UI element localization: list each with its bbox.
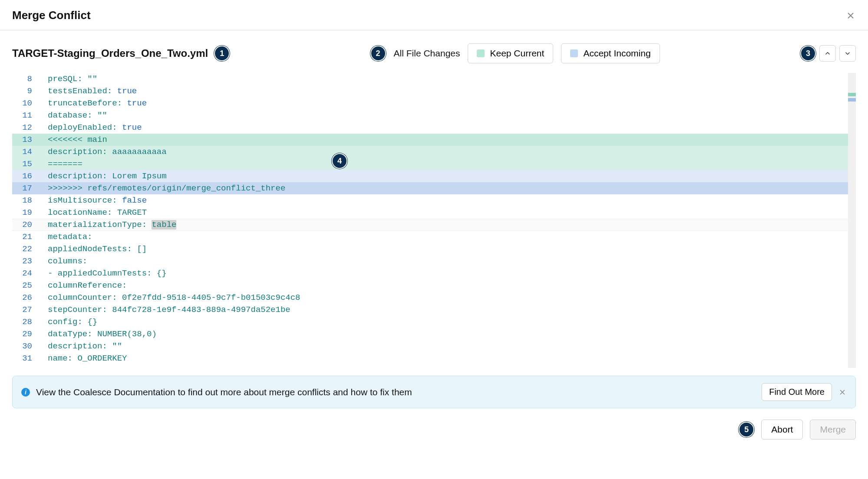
code-line[interactable]: 21 metadata: [12, 231, 856, 243]
code-line[interactable]: 23 columns: [12, 255, 856, 267]
code-text: columns: [45, 255, 856, 267]
line-number: 19 [12, 207, 36, 219]
accept-incoming-swatch-icon [570, 49, 578, 57]
code-text: testsEnabled: true [45, 85, 856, 97]
callout-badge-3: 3 [800, 46, 816, 61]
line-number: 17 [12, 182, 36, 194]
code-line[interactable]: 26 columnCounter: 0f2e7fdd-9518-4405-9c7… [12, 292, 856, 304]
line-number: 30 [12, 340, 36, 352]
line-number: 13 [12, 134, 36, 146]
line-number: 9 [12, 85, 36, 97]
find-out-more-button[interactable]: Find Out More [762, 383, 832, 401]
dialog-title: Merge Conflict [12, 9, 91, 22]
code-line[interactable]: 16 description: Lorem Ipsum [12, 170, 856, 182]
code-text: config: {} [45, 316, 856, 328]
code-text: - appliedColumnTests: {} [45, 267, 856, 279]
code-line[interactable]: 18 isMultisource: false [12, 194, 856, 207]
callout-badge-4: 4 [332, 153, 347, 169]
banner-close-icon[interactable] [838, 388, 847, 397]
code-line[interactable]: 24 - appliedColumnTests: {} [12, 267, 856, 279]
code-line[interactable]: 31 name: O_ORDERKEY [12, 352, 856, 364]
code-text: name: O_ORDERKEY [45, 352, 856, 364]
code-text: truncateBefore: true [45, 97, 856, 109]
code-line[interactable]: 8 preSQL: "" [12, 73, 856, 85]
code-line[interactable]: 27 stepCounter: 844fc728-1e9f-4483-889a-… [12, 304, 856, 316]
line-number: 8 [12, 73, 36, 85]
callout-badge-1: 1 [214, 46, 230, 61]
info-banner-text: View the Coalesce Documentation to find … [36, 387, 412, 397]
code-editor[interactable]: 4 8 preSQL: ""9 testsEnabled: true10 tru… [12, 73, 856, 368]
line-number: 21 [12, 231, 36, 243]
code-line[interactable]: 28 config: {} [12, 316, 856, 328]
code-text: description: aaaaaaaaaaa [45, 146, 856, 158]
line-number: 18 [12, 194, 36, 207]
line-number: 16 [12, 170, 36, 182]
code-text: description: "" [45, 340, 856, 352]
merge-button[interactable]: Merge [810, 420, 856, 440]
dialog-footer: 5 Abort Merge [0, 408, 868, 451]
code-text: deployEnabled: true [45, 121, 856, 134]
line-number: 27 [12, 304, 36, 316]
code-text: appliedNodeTests: [] [45, 243, 856, 255]
code-line[interactable]: 29 dataType: NUMBER(38,0) [12, 328, 856, 340]
line-number: 23 [12, 255, 36, 267]
code-text: stepCounter: 844fc728-1e9f-4483-889a-499… [45, 304, 856, 316]
code-text: metadata: [45, 231, 856, 243]
line-number: 24 [12, 267, 36, 279]
line-number: 11 [12, 109, 36, 121]
code-line[interactable]: 22 appliedNodeTests: [] [12, 243, 856, 255]
line-number: 14 [12, 146, 36, 158]
keep-current-button[interactable]: Keep Current [468, 43, 553, 63]
filename-label: TARGET-Staging_Orders_One_Two.yml [12, 47, 208, 59]
minimap[interactable] [848, 73, 856, 368]
callout-badge-2: 2 [370, 46, 386, 61]
keep-current-swatch-icon [477, 49, 485, 57]
accept-incoming-button[interactable]: Accept Incoming [561, 43, 660, 63]
code-line[interactable]: 19 locationName: TARGET [12, 207, 856, 219]
code-line[interactable]: 25 columnReference: [12, 279, 856, 292]
line-number: 22 [12, 243, 36, 255]
all-file-changes-label: All File Changes [394, 48, 460, 59]
next-conflict-button[interactable] [839, 45, 856, 62]
accept-incoming-label: Accept Incoming [583, 48, 650, 59]
line-number: 26 [12, 292, 36, 304]
code-line[interactable]: 12 deployEnabled: true [12, 121, 856, 134]
abort-button[interactable]: Abort [761, 420, 803, 440]
line-number: 28 [12, 316, 36, 328]
prev-conflict-button[interactable] [819, 45, 836, 62]
code-line[interactable]: 13<<<<<<< main [12, 134, 856, 146]
code-line[interactable]: 15======= [12, 158, 856, 170]
code-text: dataType: NUMBER(38,0) [45, 328, 856, 340]
keep-current-label: Keep Current [490, 48, 544, 59]
line-number: 20 [12, 219, 36, 231]
line-number: 12 [12, 121, 36, 134]
line-number: 29 [12, 328, 36, 340]
merge-actions-group: 2 All File Changes Keep Current Accept I… [370, 43, 660, 63]
line-number: 31 [12, 352, 36, 364]
code-line[interactable]: 17>>>>>>> refs/remotes/origin/merge_conf… [12, 182, 856, 194]
code-line[interactable]: 9 testsEnabled: true [12, 85, 856, 97]
code-text: ======= [45, 158, 856, 170]
code-text: <<<<<<< main [45, 134, 856, 146]
code-line[interactable]: 11 database: "" [12, 109, 856, 121]
code-text: columnReference: [45, 279, 856, 292]
info-icon: i [21, 388, 30, 397]
info-banner: i View the Coalesce Documentation to fin… [12, 376, 856, 408]
line-number: 15 [12, 158, 36, 170]
code-text: >>>>>>> refs/remotes/origin/merge_confli… [45, 182, 856, 194]
code-text: preSQL: "" [45, 73, 856, 85]
code-line[interactable]: 14 description: aaaaaaaaaaa [12, 146, 856, 158]
code-text: materializationType: table [45, 219, 856, 231]
callout-badge-5: 5 [739, 422, 754, 437]
line-number: 10 [12, 97, 36, 109]
code-line[interactable]: 30 description: "" [12, 340, 856, 352]
close-icon[interactable] [845, 10, 856, 21]
code-text: description: Lorem Ipsum [45, 170, 856, 182]
dialog-header: Merge Conflict [0, 0, 868, 30]
code-line[interactable]: 20 materializationType: table [12, 219, 856, 231]
code-line[interactable]: 10 truncateBefore: true [12, 97, 856, 109]
toolbar: TARGET-Staging_Orders_One_Two.yml 1 2 Al… [0, 30, 868, 73]
code-text: locationName: TARGET [45, 207, 856, 219]
code-text: database: "" [45, 109, 856, 121]
line-number: 25 [12, 279, 36, 292]
